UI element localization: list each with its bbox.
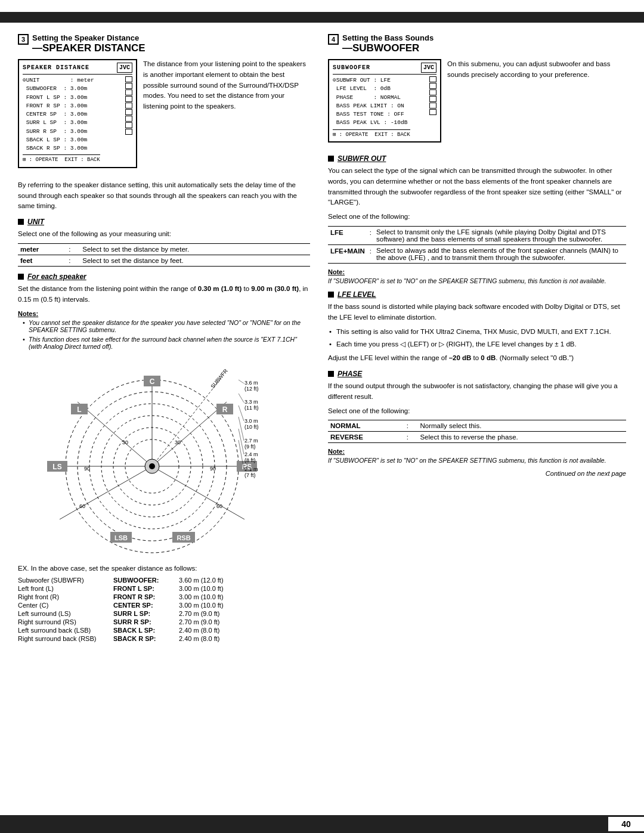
osd-sls-label: SURR L SP : 3.00m bbox=[23, 119, 87, 127]
dist-label: SURR R SP: bbox=[113, 618, 179, 625]
each-speaker-title: For each speaker bbox=[27, 272, 86, 281]
right-osd-header: SUBWOOFER JVC bbox=[333, 63, 436, 75]
svg-line-26 bbox=[239, 429, 244, 454]
right-osd-rows: ⊙SUBWFR OUT : LFE LFE LEVEL : 0dB PHASE … bbox=[333, 76, 410, 139]
table-row: Right surround (RS) SURR R SP: 2.70 m (9… bbox=[18, 618, 310, 625]
speaker-diagram-svg: 30 30 90 90 60 60 C L R bbox=[33, 356, 295, 559]
reverse-desc: Select this to reverse the phase. bbox=[417, 432, 626, 443]
dist-label-6-sub: (7 ft) bbox=[244, 472, 256, 478]
meter-colon: : bbox=[66, 244, 80, 255]
right-title-line2: —SUBWOOFER bbox=[342, 42, 434, 54]
svg-line-9 bbox=[60, 466, 152, 519]
lfemain-colon: : bbox=[367, 245, 374, 264]
angle-30-label: 30 bbox=[175, 439, 181, 445]
dist-speaker: Left surround back (LSB) bbox=[18, 627, 113, 634]
svg-line-7 bbox=[78, 402, 152, 466]
osd-icon-csp bbox=[125, 103, 132, 109]
unit-title: UNIT bbox=[27, 218, 44, 226]
reverse-colon: : bbox=[404, 432, 418, 443]
osd-row-lfe-level: LFE LEVEL : 0dB bbox=[333, 85, 410, 93]
table-row: Right surround back (RSB) SBACK R SP: 2.… bbox=[18, 635, 310, 642]
dist-label-2: 3.3 m bbox=[244, 399, 258, 405]
distance-example-table: Subwoofer (SUBWFR) SUBWOOFER: 3.60 m (12… bbox=[18, 577, 310, 642]
dist-label-1-sub: (12 ft) bbox=[244, 386, 259, 392]
normal-key: NORMAL bbox=[328, 420, 404, 432]
left-column: 3 Setting the Speaker Distance —SPEAKER … bbox=[18, 33, 310, 643]
phase-options-table: NORMAL : Normally select this. REVERSE :… bbox=[328, 420, 626, 443]
dist-label: FRONT L SP: bbox=[113, 585, 179, 592]
svg-line-8 bbox=[152, 466, 244, 519]
dist-value: 2.70 m (9.0 ft) bbox=[179, 610, 310, 617]
right-section-header: 4 Setting the Bass Sounds —SUBWOOFER bbox=[328, 33, 626, 54]
osd-lfe-level-label: LFE LEVEL : 0dB bbox=[333, 85, 391, 93]
osd-icon-frs bbox=[125, 96, 132, 102]
list-item: This function does not take effect for t… bbox=[23, 336, 310, 350]
osd-sbls-label: SBACK L SP : 3.00m bbox=[23, 136, 87, 144]
dist-value: 3.00 m (10.0 ft) bbox=[179, 602, 310, 609]
subwoofer-osd: SUBWOOFER JVC ⊙SUBWFR OUT : LFE LFE LEVE… bbox=[328, 59, 441, 143]
osd-row-srs: SURR R SP : 3.00m bbox=[23, 128, 100, 136]
table-row: NORMAL : Normally select this. bbox=[328, 420, 626, 432]
top-bar bbox=[0, 12, 644, 23]
dist-label: CENTER SP: bbox=[113, 602, 179, 609]
dist-speaker: Left front (L) bbox=[18, 585, 113, 592]
dist-label-3: 3.0 m bbox=[244, 418, 258, 424]
osd-operate: ⊞ : OPERATE bbox=[23, 157, 61, 163]
speaker-diagram-container: 30 30 90 90 60 60 C L R bbox=[18, 356, 310, 559]
dist-speaker: Left surround (LS) bbox=[18, 610, 113, 617]
table-row: Left front (L) FRONT L SP: 3.00 m (10.0 … bbox=[18, 585, 310, 592]
dist-value: 2.70 m (9.0 ft) bbox=[179, 618, 310, 625]
osd-row-sub: SUBWOOFER : 3.00m bbox=[23, 85, 100, 93]
dist-label: SBACK L SP: bbox=[113, 627, 179, 634]
angle-30-label-left: 30 bbox=[122, 439, 128, 445]
each-speaker-subsection-header: For each speaker bbox=[18, 272, 310, 281]
osd-row-subwfr-out: ⊙SUBWFR OUT : LFE bbox=[333, 76, 410, 85]
angle-60-label-left: 60 bbox=[79, 503, 85, 509]
section-number-4: 4 bbox=[328, 34, 339, 45]
osd-rows-col: ⊙UNIT : meter SUBWOOFER : 3.00m FRONT L … bbox=[23, 76, 100, 165]
right-osd-jvc: JVC bbox=[421, 63, 436, 73]
right-osd-footer: ⊞ : OPERATE EXIT : BACK bbox=[333, 129, 410, 140]
lfe-level-body1: If the bass sound is distorted while pla… bbox=[328, 302, 626, 323]
each-speaker-marker bbox=[18, 274, 24, 280]
dist-label-2-sub: (11 ft) bbox=[244, 405, 259, 411]
right-osd-intro-block: SUBWOOFER JVC ⊙SUBWFR OUT : LFE LFE LEVE… bbox=[328, 59, 626, 148]
right-osd-icon-1 bbox=[429, 76, 436, 82]
angle-60-label-right: 60 bbox=[216, 503, 222, 509]
phase-note-block: Note: If "SUBWOOFER" is set to "NO" on t… bbox=[328, 448, 626, 464]
angle-90-label-right: 90 bbox=[210, 466, 216, 472]
lfemain-key: LFE+MAIN bbox=[328, 245, 367, 264]
right-osd-icon-5 bbox=[429, 103, 436, 109]
lfe-key: LFE bbox=[328, 227, 367, 245]
osd-row-btt: BASS TEST TONE : OFF bbox=[333, 110, 410, 119]
meter-key: meter bbox=[18, 244, 66, 255]
lfe-colon: : bbox=[367, 227, 374, 245]
dist-label-4: 2.7 m bbox=[244, 438, 258, 444]
dist-speaker: Right front (R) bbox=[18, 593, 113, 600]
right-osd-title: SUBWOOFER bbox=[333, 63, 370, 72]
phase-title: PHASE bbox=[338, 370, 362, 378]
page-number-bar: 40 bbox=[0, 815, 644, 833]
osd-row-fls: FRONT L SP : 3.00m bbox=[23, 94, 100, 102]
osd-header: SPEAKER DISTANCE JVC bbox=[23, 63, 132, 75]
subwfr-note-block: Note: If "SUBWOOFER" is set to "NO" on t… bbox=[328, 268, 626, 284]
lfe-level-title: LFE LEVEL bbox=[338, 290, 376, 299]
left-osd-box: SPEAKER DISTANCE JVC ⊙UNIT : meter SUBWO… bbox=[18, 59, 137, 174]
dist-label: SUBWOOFER: bbox=[113, 577, 179, 584]
osd-icon-sbrs bbox=[125, 129, 132, 135]
unit-marker bbox=[18, 219, 24, 225]
continued-text: Continued on the next page bbox=[328, 470, 626, 477]
table-row: Center (C) CENTER SP: 3.00 m (10.0 ft) bbox=[18, 602, 310, 609]
table-row: Left surround back (LSB) SBACK L SP: 2.4… bbox=[18, 627, 310, 634]
dist-value: 3.60 m (12.0 ft) bbox=[179, 577, 310, 584]
osd-sub-label: SUBWOOFER : 3.00m bbox=[23, 85, 87, 93]
osd-row-phase: PHASE : NORMAL bbox=[333, 94, 410, 102]
left-section-header: 3 Setting the Speaker Distance —SPEAKER … bbox=[18, 33, 310, 54]
osd-icon-unit bbox=[125, 76, 132, 82]
lfe-bullet-2: Each time you press ◁ (LEFT) or ▷ (RIGHT… bbox=[328, 339, 626, 349]
svg-line-6 bbox=[152, 402, 227, 466]
table-row: LFE : Select to transmit only the LFE si… bbox=[328, 227, 626, 245]
right-title-line1: Setting the Bass Sounds bbox=[342, 33, 434, 42]
unit-intro: Select one of the following as your meas… bbox=[18, 229, 310, 240]
rsb-speaker-label: RSB bbox=[177, 534, 190, 541]
